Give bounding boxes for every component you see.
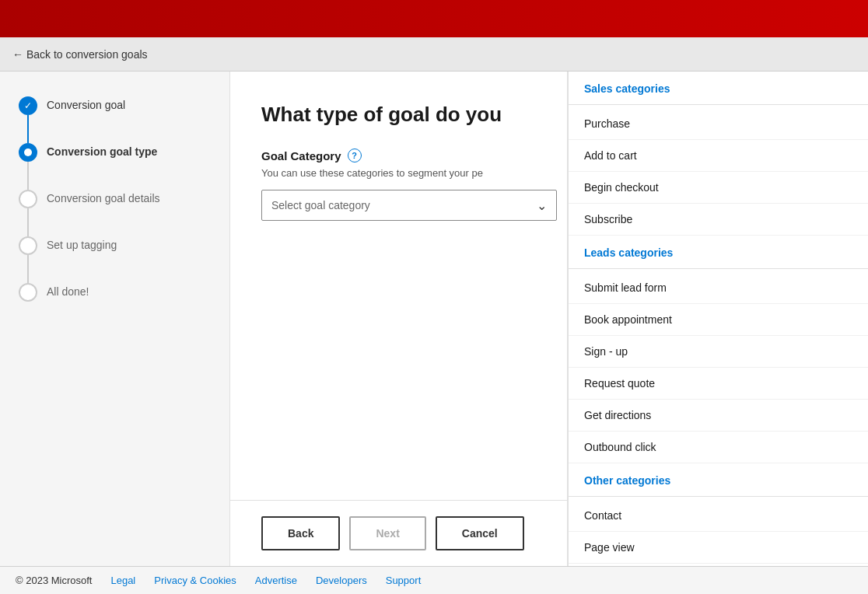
center-content: What type of goal do you Goal Category ?… [230,72,568,566]
leads-categories-header: Leads categories [569,236,868,265]
steps-sidebar: ✓ Conversion goal Conversion goal type C… [0,72,230,566]
category-item-page-view[interactable]: Page view [569,532,868,564]
footer-link-legal[interactable]: Legal [110,575,135,586]
step-circle-inactive-5 [19,283,37,302]
other-divider [569,496,868,497]
step-circle-active [19,143,37,162]
step-label-conversion-goal-details: Conversion goal details [47,190,160,204]
step-label-conversion-goal-type: Conversion goal type [47,143,157,158]
category-item-book-appointment[interactable]: Book appointment [569,304,868,336]
step-circle-inactive-3 [19,190,37,208]
footer: © 2023 Microsoft Legal Privacy & Cookies… [0,566,868,594]
step-connector-3 [27,208,29,236]
step-all-done: All done! [19,283,211,302]
footer-link-developers[interactable]: Developers [316,575,367,586]
step-set-up-tagging: Set up tagging [19,236,211,255]
select-placeholder: Select goal category [271,199,370,211]
step-circle-completed: ✓ [19,96,37,115]
footer-link-privacy-cookies[interactable]: Privacy & Cookies [154,575,236,586]
step-connector-2 [27,162,29,190]
category-item-get-directions[interactable]: Get directions [569,400,868,432]
category-item-sign-up[interactable]: Sign - up [569,336,868,368]
step-label-set-up-tagging: Set up tagging [47,236,117,251]
page-title: What type of goal do you [261,103,536,127]
help-icon[interactable]: ? [348,148,362,162]
field-label-row: Goal Category ? [261,148,536,162]
step-circle-inner [24,148,32,156]
cancel-button[interactable]: Cancel [436,516,524,550]
category-item-purchase[interactable]: Purchase [569,108,868,140]
step-label-conversion-goal: Conversion goal [47,96,125,111]
other-categories-header: Other categories [569,463,868,493]
footer-copyright: © 2023 Microsoft [16,575,92,586]
bottom-actions: Back Next Cancel [230,500,567,566]
chevron-down-icon: ⌄ [537,198,547,213]
dropdown-panel: Sales categories Purchase Add to cart Be… [568,72,868,566]
step-conversion-goal-details: Conversion goal details [19,190,211,208]
main-content: ✓ Conversion goal Conversion goal type C… [0,72,868,566]
category-item-contact[interactable]: Contact [569,500,868,532]
back-button[interactable]: Back [261,516,340,550]
step-connector-4 [27,255,29,283]
category-item-subscribe[interactable]: Subscribe [569,204,868,236]
next-button[interactable]: Next [349,516,425,550]
back-nav: ← Back to conversion goals [0,37,868,72]
field-description: You can use these categories to segment … [261,167,536,179]
category-item-request-quote[interactable]: Request quote [569,368,868,400]
step-conversion-goal: ✓ Conversion goal [19,96,211,115]
category-item-outbound-click[interactable]: Outbound click [569,432,868,463]
top-bar [0,0,868,37]
step-circle-inactive-4 [19,236,37,255]
category-item-add-to-cart[interactable]: Add to cart [569,140,868,172]
back-to-conversion-goals-link[interactable]: ← Back to conversion goals [12,48,148,61]
step-label-all-done: All done! [47,283,89,298]
category-item-begin-checkout[interactable]: Begin checkout [569,172,868,204]
sales-categories-header: Sales categories [569,72,868,101]
step-connector-1 [27,115,29,143]
category-item-submit-lead-form[interactable]: Submit lead form [569,272,868,304]
form-area: What type of goal do you Goal Category ?… [230,72,567,500]
footer-link-support[interactable]: Support [386,575,422,586]
step-conversion-goal-type: Conversion goal type [19,143,211,162]
sales-divider [569,104,868,105]
leads-divider [569,268,868,269]
goal-category-label: Goal Category [261,149,341,162]
goal-category-select[interactable]: Select goal category ⌄ [261,190,557,221]
footer-link-advertise[interactable]: Advertise [255,575,297,586]
